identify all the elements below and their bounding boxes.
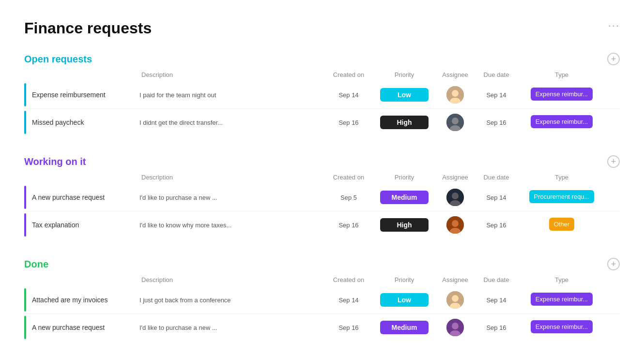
priority-badge: Medium [380, 191, 429, 204]
avatar [446, 319, 464, 336]
row-due-date: Sep 14 [475, 91, 518, 99]
row-description: I just got back from a conference [136, 297, 324, 304]
avatar [446, 189, 464, 206]
col-header-type: Type [518, 71, 605, 78]
row-border-indicator [24, 83, 26, 106]
row-border-indicator [24, 316, 26, 339]
svg-point-1 [452, 90, 459, 97]
col-header-due_date: Due date [475, 276, 518, 283]
row-due-date: Sep 14 [475, 194, 518, 201]
row-created-on: Sep 16 [324, 324, 373, 331]
table-row[interactable]: A new purchase requestI'd like to purcha… [24, 314, 620, 341]
col-header-created_on: Created on [324, 276, 373, 283]
col-header-0 [30, 174, 141, 181]
row-created-on: Sep 16 [324, 119, 373, 126]
row-name: Missed paycheck [24, 119, 136, 126]
row-description: I didnt get the direct transfer... [136, 119, 324, 126]
type-badge: Expense reimbur... [531, 88, 593, 101]
add-row-button-done[interactable]: + [607, 258, 620, 270]
col-header-7 [605, 174, 620, 181]
row-type: Other [518, 218, 605, 232]
col-header-0 [30, 71, 141, 78]
type-badge: Expense reimbur... [531, 320, 593, 333]
table-working: DescriptionCreated onPriorityAssigneeDue… [24, 172, 620, 238]
row-created-on: Sep 16 [324, 222, 373, 229]
section-title-working: Working on it [24, 156, 86, 167]
row-due-date: Sep 14 [475, 297, 518, 304]
col-header-0 [30, 276, 141, 283]
table-row[interactable]: A new purchase requestI'd like to purcha… [24, 184, 620, 211]
col-header-priority: Priority [373, 71, 436, 78]
row-assignee [436, 189, 475, 206]
row-type: Expense reimbur... [518, 115, 605, 130]
row-description: I'd like to purchase a new ... [136, 194, 324, 201]
row-priority: High [373, 218, 436, 232]
row-created-on: Sep 14 [324, 91, 373, 99]
section-title-open: Open requests [24, 54, 92, 65]
row-assignee [436, 114, 475, 131]
section-done: Done+DescriptionCreated onPriorityAssign… [24, 258, 620, 341]
avatar [446, 291, 464, 309]
section-header-open: Open requests+ [24, 53, 620, 65]
svg-point-13 [452, 295, 459, 302]
section-header-working: Working on it+ [24, 155, 620, 168]
table-done: DescriptionCreated onPriorityAssigneeDue… [24, 274, 620, 341]
table-row[interactable]: Tax explanationI'd like to know why more… [24, 211, 620, 238]
table-row[interactable]: Missed paycheckI didnt get the direct tr… [24, 109, 620, 136]
type-badge: Procurement requ... [529, 190, 595, 203]
table-row[interactable]: Expense reimbursementI paid for the team… [24, 81, 620, 109]
col-header-assignee: Assignee [436, 71, 475, 78]
col-header-description: Description [141, 276, 324, 283]
section-open: Open requests+DescriptionCreated onPrior… [24, 53, 620, 136]
table-open: DescriptionCreated onPriorityAssigneeDue… [24, 69, 620, 136]
col-header-assignee: Assignee [436, 276, 475, 283]
row-priority: Low [373, 88, 436, 102]
row-type: Expense reimbur... [518, 88, 605, 102]
row-description: I paid for the team night out [136, 91, 324, 99]
row-priority: Low [373, 293, 436, 307]
priority-badge: Low [380, 293, 429, 307]
row-assignee [436, 319, 475, 336]
row-name: Attached are my invoices [24, 296, 136, 304]
row-description: I'd like to know why more taxes... [136, 222, 324, 229]
col-header-description: Description [141, 71, 324, 78]
add-row-button-open[interactable]: + [607, 53, 620, 65]
col-header-assignee: Assignee [436, 174, 475, 181]
row-due-date: Sep 16 [475, 119, 518, 126]
col-header-7 [605, 276, 620, 283]
type-badge: Other [549, 218, 575, 231]
col-header-type: Type [518, 174, 605, 181]
row-assignee [436, 86, 475, 104]
col-headers-open: DescriptionCreated onPriorityAssigneeDue… [24, 69, 620, 81]
row-priority: High [373, 116, 436, 129]
more-options-button[interactable]: ··· [608, 19, 620, 32]
type-badge: Expense reimbur... [531, 293, 593, 306]
priority-badge: Medium [380, 321, 429, 334]
page-title: Finance requests [24, 19, 152, 37]
col-header-7 [605, 71, 620, 78]
section-working: Working on it+DescriptionCreated onPrior… [24, 155, 620, 238]
col-header-priority: Priority [373, 276, 436, 283]
row-border-indicator [24, 213, 26, 237]
col-headers-working: DescriptionCreated onPriorityAssigneeDue… [24, 172, 620, 184]
add-row-button-working[interactable]: + [607, 155, 620, 168]
row-due-date: Sep 16 [475, 222, 518, 229]
page-header: Finance requests ··· [24, 19, 620, 37]
svg-point-16 [452, 323, 459, 329]
svg-point-10 [452, 220, 459, 227]
row-name: Expense reimbursement [24, 91, 136, 99]
row-name: A new purchase request [24, 193, 136, 201]
table-row[interactable]: Attached are my invoicesI just got back … [24, 286, 620, 314]
priority-badge: High [380, 116, 429, 129]
section-title-done: Done [24, 259, 48, 270]
row-name: Tax explanation [24, 221, 136, 229]
type-badge: Expense reimbur... [531, 115, 593, 128]
row-name: A new purchase request [24, 324, 136, 331]
row-type: Expense reimbur... [518, 293, 605, 307]
avatar [446, 216, 464, 234]
priority-badge: High [380, 218, 429, 232]
row-border-indicator [24, 288, 26, 312]
row-type: Expense reimbur... [518, 320, 605, 335]
section-header-done: Done+ [24, 258, 620, 270]
row-border-indicator [24, 111, 26, 134]
